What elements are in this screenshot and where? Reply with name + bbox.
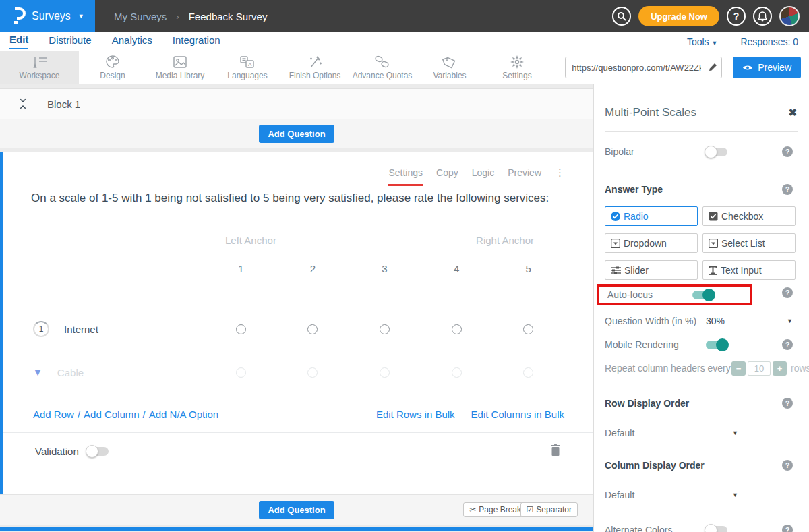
tab-distribute[interactable]: Distribute (49, 34, 91, 49)
radio-input[interactable] (236, 324, 246, 334)
edit-columns-bulk-link[interactable]: Edit Columns in Bulk (471, 409, 564, 420)
answer-type-radio[interactable]: Radio (605, 206, 698, 226)
app-switcher[interactable]: Surveys ▼ (0, 0, 95, 32)
help-button[interactable]: ? (727, 7, 746, 26)
check-circle-icon (611, 212, 620, 221)
bipolar-label: Bipolar (605, 146, 706, 157)
radio-input[interactable] (307, 324, 318, 334)
question-tab-settings[interactable]: Settings (388, 167, 423, 186)
survey-url-input[interactable] (566, 63, 704, 73)
row-display-select[interactable]: Default ▼ (594, 423, 809, 443)
radio-input[interactable] (452, 324, 462, 334)
block-title[interactable]: Block 1 (47, 98, 80, 110)
auto-focus-label: Auto-focus (607, 289, 692, 300)
radio-input[interactable] (307, 367, 318, 378)
alternate-colors-toggle[interactable] (706, 526, 727, 532)
question-text[interactable]: On a scale of 1-5 with 1 being not satis… (3, 179, 593, 207)
toolbar-media-library[interactable]: Media Library (146, 51, 214, 84)
toolbar-workspace[interactable]: Workspace (0, 51, 79, 84)
decrement-button[interactable]: − (731, 361, 746, 376)
breadcrumb-parent[interactable]: My Surveys (114, 11, 167, 22)
add-column-link[interactable]: Add Column (84, 409, 140, 420)
column-header[interactable]: 3 (382, 263, 387, 274)
help-icon[interactable]: ? (782, 398, 793, 409)
add-na-option-link[interactable]: Add N/A Option (149, 409, 218, 420)
preview-button[interactable]: Preview (733, 57, 801, 78)
column-header[interactable]: 1 (238, 263, 243, 274)
right-anchor-field[interactable]: Right Anchor (476, 235, 534, 246)
question-tab-copy[interactable]: Copy (436, 167, 458, 178)
column-display-label: Column Display Order (605, 460, 706, 471)
help-icon[interactable]: ? (782, 287, 793, 298)
question-tab-preview[interactable]: Preview (508, 167, 541, 178)
help-icon[interactable]: ? (782, 339, 793, 350)
column-header[interactable]: 2 (310, 263, 316, 274)
panel-title: Multi-Point Scales (605, 106, 696, 119)
answer-type-dropdown[interactable]: Dropdown (605, 233, 698, 253)
row-label[interactable]: Internet (64, 324, 98, 335)
add-question-button-bottom[interactable]: Add Question (259, 501, 334, 519)
chevron-down-icon[interactable]: ▼ (787, 318, 793, 324)
radio-input[interactable] (380, 367, 390, 378)
column-display-select[interactable]: Default ▼ (594, 485, 809, 505)
bipolar-toggle[interactable] (706, 148, 727, 156)
mobile-rendering-toggle[interactable] (706, 341, 727, 349)
column-headers-row: 1 2 3 4 5 (3, 262, 593, 275)
responses-count[interactable]: Responses: 0 (740, 36, 798, 47)
close-panel-button[interactable]: ✖ (788, 107, 797, 119)
search-button[interactable] (612, 7, 631, 26)
validation-toggle[interactable] (87, 447, 109, 456)
answer-type-checkbox[interactable]: Checkbox (702, 206, 796, 226)
repeat-headers-input[interactable] (748, 361, 771, 376)
delete-question-button[interactable] (550, 444, 561, 459)
answer-type-text-input[interactable]: Text Input (702, 260, 796, 280)
separator-button[interactable]: ☑ Separator (520, 502, 578, 517)
add-row-link[interactable]: Add Row (33, 409, 74, 420)
column-header[interactable]: 4 (454, 263, 459, 274)
brand-label: Surveys (32, 10, 71, 22)
tools-menu[interactable]: Tools ▼ (687, 36, 718, 47)
help-icon[interactable]: ? (782, 184, 793, 195)
help-icon[interactable]: ? (782, 460, 793, 471)
radio-input[interactable] (236, 367, 246, 378)
avatar[interactable] (779, 6, 800, 26)
toolbar-design[interactable]: Design (79, 51, 146, 84)
upgrade-now-button[interactable]: Upgrade Now (638, 6, 719, 26)
answer-type-select-list[interactable]: Select List (702, 233, 796, 253)
tab-integration[interactable]: Integration (173, 34, 220, 49)
question-tab-logic[interactable]: Logic (472, 167, 494, 178)
kebab-menu-icon[interactable]: ⋮ (555, 167, 565, 179)
help-icon[interactable]: ? (782, 525, 793, 532)
survey-nav: Edit Distribute Analytics Integration To… (0, 32, 809, 51)
chevron-down-icon[interactable]: ▼ (33, 367, 42, 378)
breadcrumb-current: Feedback Survey (189, 11, 268, 22)
tab-analytics[interactable]: Analytics (112, 34, 152, 49)
question-width-value[interactable]: 30% (706, 316, 725, 326)
toolbar-variables[interactable]: Variables (416, 51, 483, 84)
page-break-button[interactable]: ✂ Page Break (463, 502, 527, 517)
notifications-button[interactable] (753, 7, 772, 26)
help-icon[interactable]: ? (782, 146, 793, 157)
tab-edit[interactable]: Edit (9, 34, 28, 49)
collapse-block-icon[interactable] (18, 98, 28, 110)
radio-input[interactable] (523, 324, 533, 334)
answer-type-slider[interactable]: Slider (605, 260, 698, 280)
toolbar-settings[interactable]: Settings (483, 51, 551, 84)
row-label[interactable]: Cable (57, 367, 84, 378)
auto-focus-toggle[interactable] (692, 291, 714, 299)
edit-rows-bulk-link[interactable]: Edit Rows in Bulk (376, 409, 455, 420)
add-question-button-top[interactable]: Add Question (259, 125, 334, 143)
radio-input[interactable] (452, 367, 462, 378)
increment-button[interactable]: + (773, 361, 787, 376)
edit-url-button[interactable] (704, 57, 721, 78)
bell-icon (758, 11, 767, 22)
radio-input[interactable] (380, 324, 390, 334)
repeat-headers-stepper: − + (731, 361, 787, 376)
column-header[interactable]: 5 (526, 263, 531, 274)
gear-icon (510, 55, 525, 69)
radio-input[interactable] (523, 367, 533, 378)
left-anchor-field[interactable]: Left Anchor (225, 235, 276, 246)
toolbar-finish-options[interactable]: Finish Options (281, 51, 349, 84)
toolbar-advance-quotas[interactable]: Advance Quotas (349, 51, 416, 84)
toolbar-languages[interactable]: A Languages (214, 51, 281, 84)
